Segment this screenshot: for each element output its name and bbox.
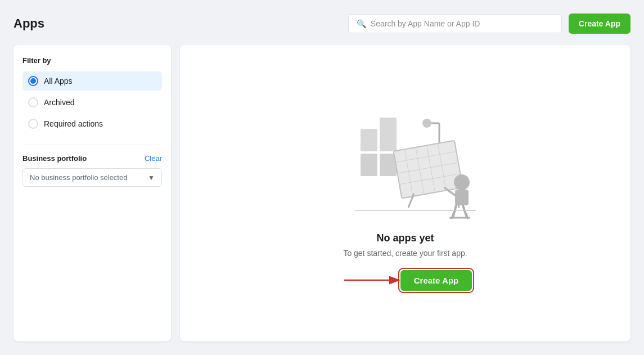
page-title: Apps [13,16,44,31]
create-app-main-button[interactable]: Create App [400,270,472,291]
svg-rect-7 [393,141,462,199]
bp-clear-link[interactable]: Clear [145,154,162,163]
content-area: Filter by All Apps Archived Required act… [13,45,631,341]
svg-point-6 [422,119,431,128]
svg-rect-18 [455,190,469,205]
header-actions: 🔍 Create App [348,14,631,34]
empty-state-title: No apps yet [376,232,434,244]
svg-point-17 [454,174,470,190]
empty-state-subtitle: To get started, create your first app. [343,249,467,258]
chevron-down-icon: ▼ [148,174,155,182]
bp-dropdown-value: No business portfolio selected [30,173,127,182]
empty-state-illustration [327,95,484,219]
filter-archived[interactable]: Archived [22,93,162,112]
bp-dropdown[interactable]: No business portfolio selected ▼ [22,168,162,187]
main-panel: No apps yet To get started, create your … [180,45,631,341]
filter-label: Filter by [22,56,162,65]
bp-header: Business portfolio Clear [22,154,162,163]
business-portfolio-section: Business portfolio Clear No business por… [22,145,162,187]
filter-all-apps[interactable]: All Apps [22,71,162,91]
filter-required-actions-label: Required actions [44,119,103,128]
radio-required-actions [28,119,38,129]
arrow-annotation [339,269,406,291]
svg-rect-2 [380,118,397,151]
search-box[interactable]: 🔍 [348,14,562,33]
filter-required-actions[interactable]: Required actions [22,114,162,133]
search-input[interactable] [371,19,553,28]
page-header: Apps 🔍 Create App [13,14,631,34]
filter-archived-label: Archived [44,98,74,107]
filter-all-apps-label: All Apps [44,77,73,86]
sidebar: Filter by All Apps Archived Required act… [13,45,171,341]
filter-options: All Apps Archived Required actions [22,71,162,133]
radio-all-apps [28,76,38,86]
radio-archived [28,97,38,107]
bp-label: Business portfolio [22,154,87,163]
svg-rect-0 [361,129,377,151]
create-app-header-button[interactable]: Create App [569,14,631,34]
svg-rect-1 [361,154,377,176]
search-icon: 🔍 [357,19,366,28]
